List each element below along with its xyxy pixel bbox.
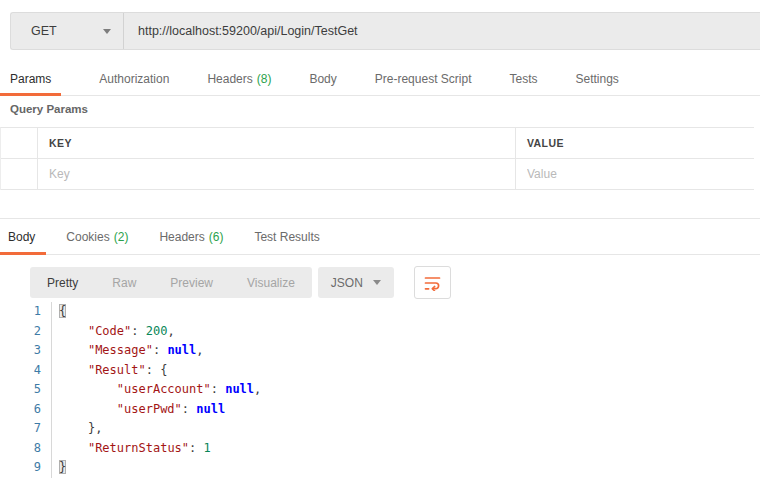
code-line: 5 "userAccount": null, <box>0 380 760 400</box>
value-header-label: VALUE <box>516 137 564 149</box>
row-checkbox-cell <box>1 159 38 189</box>
token-key: "Message" <box>88 343 153 357</box>
query-params-table: KEY VALUE <box>0 127 754 190</box>
token-ws <box>59 441 88 455</box>
format-label: JSON <box>331 276 363 290</box>
request-tab-headers[interactable]: Headers(8) <box>197 62 281 95</box>
view-mode-switcher: PrettyRawPreviewVisualize <box>30 267 312 298</box>
tab-label: Headers <box>159 230 204 244</box>
response-toolbar: PrettyRawPreviewVisualize JSON <box>30 266 451 299</box>
code-line: 6 "userPwd": null <box>0 400 760 420</box>
line-content: { <box>52 302 66 322</box>
view-mode-preview[interactable]: Preview <box>153 267 230 298</box>
response-tab-headers[interactable]: Headers(6) <box>151 219 234 254</box>
response-tab-test-results[interactable]: Test Results <box>246 219 330 254</box>
wrap-text-icon <box>424 275 441 291</box>
column-header-key: KEY <box>38 128 516 158</box>
token-punct: , <box>167 324 174 338</box>
token-punct: , <box>196 343 203 357</box>
view-mode-raw[interactable]: Raw <box>95 267 153 298</box>
view-mode-pretty[interactable]: Pretty <box>30 267 95 298</box>
key-cell <box>38 159 516 189</box>
tab-label: Body <box>309 72 336 86</box>
tab-label: Authorization <box>99 72 169 86</box>
response-tab-cookies[interactable]: Cookies(2) <box>58 219 139 254</box>
token-punct: : <box>211 382 225 396</box>
tab-label: Tests <box>509 72 537 86</box>
token-punct: : <box>131 324 145 338</box>
tab-count-badge: (2) <box>114 230 129 244</box>
token-punct: : { <box>146 363 168 377</box>
request-tab-tests[interactable]: Tests <box>499 62 547 95</box>
token-ws <box>59 324 88 338</box>
query-params-title: Query Params <box>10 103 88 115</box>
code-line: 2 "Code": 200, <box>0 322 760 342</box>
request-tab-body[interactable]: Body <box>299 62 346 95</box>
line-number: 7 <box>0 419 52 439</box>
method-select[interactable]: GET <box>11 13 124 49</box>
code-line: 3 "Message": null, <box>0 341 760 361</box>
request-tab-params[interactable]: Params <box>0 62 61 95</box>
token-null: null <box>167 343 196 357</box>
line-content: "Code": 200, <box>52 322 175 342</box>
token-key: "Code" <box>88 324 131 338</box>
token-ws <box>59 402 117 416</box>
method-label: GET <box>31 24 57 38</box>
line-number: 5 <box>0 380 52 400</box>
token-null: null <box>196 402 225 416</box>
token-ws <box>59 343 88 357</box>
token-num: 200 <box>146 324 168 338</box>
code-line: 7 }, <box>0 419 760 439</box>
token-num: 1 <box>204 441 211 455</box>
response-tab-body[interactable]: Body <box>0 219 46 254</box>
request-tab-pre-request-script[interactable]: Pre-request Script <box>365 62 482 95</box>
param-key-input[interactable] <box>38 167 515 181</box>
tab-label: Body <box>8 230 35 244</box>
tab-label: Pre-request Script <box>375 72 472 86</box>
url-bar: GET <box>10 12 760 50</box>
key-header-label: KEY <box>38 137 72 149</box>
line-content: "Message": null, <box>52 341 204 361</box>
request-tab-settings[interactable]: Settings <box>566 62 629 95</box>
tab-count-badge: (6) <box>209 230 224 244</box>
token-ws <box>59 382 117 396</box>
column-header-value: VALUE <box>516 128 754 158</box>
line-number: 6 <box>0 400 52 420</box>
token-brace: { <box>59 304 66 318</box>
line-content: }, <box>52 419 102 439</box>
code-line: 1{ <box>0 302 760 322</box>
param-value-input[interactable] <box>516 167 754 181</box>
code-line: 8 "ReturnStatus": 1 <box>0 439 760 459</box>
tab-label: Cookies <box>66 230 109 244</box>
token-brace: } <box>59 460 66 474</box>
line-content: "userAccount": null, <box>52 380 261 400</box>
line-content: } <box>52 458 66 478</box>
token-punct: }, <box>88 421 102 435</box>
line-content: "Result": { <box>52 361 167 381</box>
token-ws <box>59 421 88 435</box>
tab-label: Headers <box>207 72 252 86</box>
table-header-row: KEY VALUE <box>1 128 754 159</box>
chevron-down-icon <box>373 280 381 285</box>
table-row <box>1 159 754 190</box>
tab-label: Test Results <box>254 230 319 244</box>
token-punct: , <box>254 382 261 396</box>
line-number: 3 <box>0 341 52 361</box>
postman-request-page: GET ParamsAuthorizationHeaders(8)BodyPre… <box>0 0 760 487</box>
chevron-down-icon <box>103 29 111 34</box>
url-input[interactable] <box>124 13 760 49</box>
token-punct: : <box>189 441 203 455</box>
token-null: null <box>225 382 254 396</box>
tab-label: Params <box>10 72 51 86</box>
token-key: "Result" <box>88 363 146 377</box>
token-ws <box>59 363 88 377</box>
request-tab-authorization[interactable]: Authorization <box>89 62 179 95</box>
format-select[interactable]: JSON <box>318 267 394 298</box>
token-key: "userAccount" <box>117 382 211 396</box>
line-number: 9 <box>0 458 52 478</box>
wrap-text-button[interactable] <box>414 266 451 299</box>
view-mode-visualize[interactable]: Visualize <box>230 267 312 298</box>
token-key: "ReturnStatus" <box>88 441 189 455</box>
line-number: 8 <box>0 439 52 459</box>
code-line: 9} <box>0 458 760 478</box>
